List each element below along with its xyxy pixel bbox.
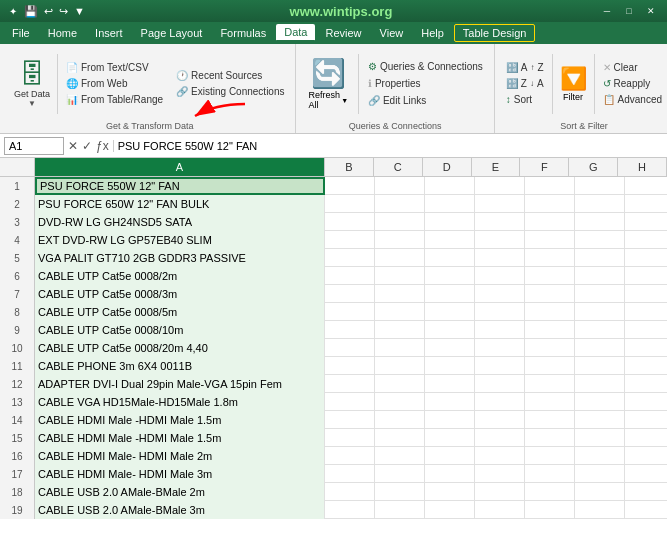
cell-h5[interactable]: [625, 249, 667, 267]
table-row[interactable]: 9CABLE UTP Cat5e 0008/10m: [0, 321, 667, 339]
cell-f2[interactable]: [525, 195, 575, 213]
cell-d10[interactable]: [425, 339, 475, 357]
menu-home[interactable]: Home: [40, 25, 85, 41]
cell-e16[interactable]: [475, 447, 525, 465]
maximize-button[interactable]: □: [619, 4, 639, 18]
cell-g2[interactable]: [575, 195, 625, 213]
cell-d11[interactable]: [425, 357, 475, 375]
cell-g15[interactable]: [575, 429, 625, 447]
cell-e1[interactable]: [475, 177, 525, 195]
col-header-a[interactable]: A: [35, 158, 325, 176]
cell-a6[interactable]: CABLE UTP Cat5e 0008/2m: [35, 267, 325, 285]
cell-a10[interactable]: CABLE UTP Cat5e 0008/20m 4,40: [35, 339, 325, 357]
save-icon[interactable]: 💾: [24, 5, 38, 18]
cell-h15[interactable]: [625, 429, 667, 447]
cell-d12[interactable]: [425, 375, 475, 393]
cell-h8[interactable]: [625, 303, 667, 321]
menu-view[interactable]: View: [372, 25, 412, 41]
menu-formulas[interactable]: Formulas: [212, 25, 274, 41]
col-header-c[interactable]: C: [374, 158, 423, 176]
cell-b15[interactable]: [325, 429, 375, 447]
cell-f3[interactable]: [525, 213, 575, 231]
cell-e4[interactable]: [475, 231, 525, 249]
col-header-e[interactable]: E: [472, 158, 521, 176]
cell-e15[interactable]: [475, 429, 525, 447]
cell-h9[interactable]: [625, 321, 667, 339]
cell-f10[interactable]: [525, 339, 575, 357]
table-row[interactable]: 13CABLE VGA HD15Male-HD15Male 1.8m: [0, 393, 667, 411]
cell-f14[interactable]: [525, 411, 575, 429]
cell-d13[interactable]: [425, 393, 475, 411]
cell-b2[interactable]: [325, 195, 375, 213]
get-data-button[interactable]: 🗄 Get Data ▼: [10, 55, 54, 113]
cell-h19[interactable]: [625, 501, 667, 519]
cell-b18[interactable]: [325, 483, 375, 501]
minimize-button[interactable]: ─: [597, 4, 617, 18]
table-row[interactable]: 12ADAPTER DVI-I Dual 29pin Male-VGA 15pi…: [0, 375, 667, 393]
cell-e8[interactable]: [475, 303, 525, 321]
cell-f6[interactable]: [525, 267, 575, 285]
col-header-f[interactable]: F: [520, 158, 569, 176]
menu-data[interactable]: Data: [276, 24, 315, 42]
cell-h14[interactable]: [625, 411, 667, 429]
cell-d5[interactable]: [425, 249, 475, 267]
table-row[interactable]: 1PSU FORCE 550W 12" FAN: [0, 177, 667, 195]
cell-c2[interactable]: [375, 195, 425, 213]
cell-d9[interactable]: [425, 321, 475, 339]
table-row[interactable]: 15CABLE HDMI Male -HDMI Male 1.5m: [0, 429, 667, 447]
col-header-d[interactable]: D: [423, 158, 472, 176]
customize-icon[interactable]: ▼: [74, 5, 85, 17]
queries-connections-button[interactable]: ⚙ Queries & Connections: [363, 59, 488, 74]
menu-help[interactable]: Help: [413, 25, 452, 41]
cell-b5[interactable]: [325, 249, 375, 267]
sort-custom-button[interactable]: ↕ Sort: [501, 92, 549, 107]
cell-b14[interactable]: [325, 411, 375, 429]
cell-f18[interactable]: [525, 483, 575, 501]
cell-h2[interactable]: [625, 195, 667, 213]
cell-e5[interactable]: [475, 249, 525, 267]
cell-b1[interactable]: [325, 177, 375, 195]
cell-a14[interactable]: CABLE HDMI Male -HDMI Male 1.5m: [35, 411, 325, 429]
cell-a19[interactable]: CABLE USB 2.0 AMale-BMale 3m: [35, 501, 325, 519]
undo-icon[interactable]: ↩: [44, 5, 53, 18]
cell-h16[interactable]: [625, 447, 667, 465]
cell-e7[interactable]: [475, 285, 525, 303]
cell-c14[interactable]: [375, 411, 425, 429]
from-text-csv-button[interactable]: 📄 From Text/CSV: [61, 60, 168, 75]
cell-g3[interactable]: [575, 213, 625, 231]
cell-c19[interactable]: [375, 501, 425, 519]
cell-c18[interactable]: [375, 483, 425, 501]
cell-a11[interactable]: CABLE PHONE 3m 6X4 0011B: [35, 357, 325, 375]
cell-a5[interactable]: VGA PALIT GT710 2GB GDDR3 PASSIVE: [35, 249, 325, 267]
cell-c5[interactable]: [375, 249, 425, 267]
cell-b8[interactable]: [325, 303, 375, 321]
cell-h3[interactable]: [625, 213, 667, 231]
cell-c3[interactable]: [375, 213, 425, 231]
cell-c16[interactable]: [375, 447, 425, 465]
menu-table-design[interactable]: Table Design: [454, 24, 536, 42]
table-row[interactable]: 2PSU FORCE 650W 12" FAN BULK: [0, 195, 667, 213]
cell-e18[interactable]: [475, 483, 525, 501]
cell-h17[interactable]: [625, 465, 667, 483]
table-row[interactable]: 17CABLE HDMI Male- HDMI Male 3m: [0, 465, 667, 483]
cell-g16[interactable]: [575, 447, 625, 465]
cell-d1[interactable]: [425, 177, 475, 195]
cell-g4[interactable]: [575, 231, 625, 249]
cell-b16[interactable]: [325, 447, 375, 465]
menu-insert[interactable]: Insert: [87, 25, 131, 41]
table-row[interactable]: 19CABLE USB 2.0 AMale-BMale 3m: [0, 501, 667, 519]
cell-c17[interactable]: [375, 465, 425, 483]
table-row[interactable]: 7CABLE UTP Cat5e 0008/3m: [0, 285, 667, 303]
cell-d18[interactable]: [425, 483, 475, 501]
cell-b3[interactable]: [325, 213, 375, 231]
menu-file[interactable]: File: [4, 25, 38, 41]
cell-b7[interactable]: [325, 285, 375, 303]
cell-a18[interactable]: CABLE USB 2.0 AMale-BMale 2m: [35, 483, 325, 501]
table-row[interactable]: 8CABLE UTP Cat5e 0008/5m: [0, 303, 667, 321]
cell-h7[interactable]: [625, 285, 667, 303]
table-row[interactable]: 16CABLE HDMI Male- HDMI Male 2m: [0, 447, 667, 465]
col-header-h[interactable]: H: [618, 158, 667, 176]
cell-f19[interactable]: [525, 501, 575, 519]
table-row[interactable]: 4EXT DVD-RW LG GP57EB40 SLIM: [0, 231, 667, 249]
cell-b17[interactable]: [325, 465, 375, 483]
